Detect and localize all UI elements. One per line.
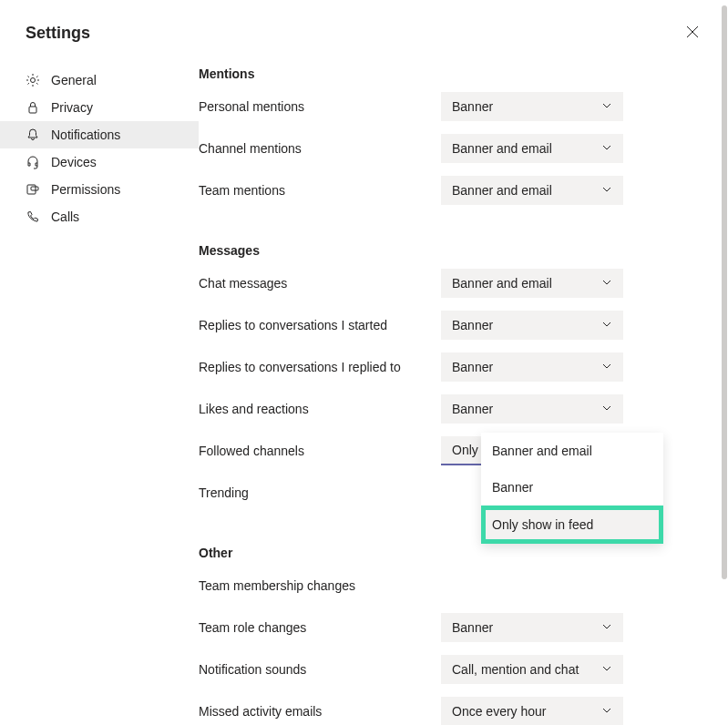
chevron-down-icon	[601, 662, 612, 677]
settings-header: Settings	[0, 0, 728, 52]
svg-rect-3	[31, 187, 38, 190]
chevron-down-icon	[601, 620, 612, 635]
chevron-down-icon	[601, 276, 612, 291]
phone-icon	[26, 209, 40, 224]
setting-row: Personal mentions Banner	[199, 92, 702, 121]
team-role-changes-dropdown[interactable]: Banner	[441, 613, 623, 642]
missed-activity-emails-dropdown[interactable]: Once every hour	[441, 697, 623, 725]
section-title-mentions: Mentions	[199, 66, 702, 81]
gear-icon	[26, 73, 40, 87]
section-title-other: Other	[199, 546, 702, 560]
sidebar-item-label: Privacy	[51, 100, 93, 115]
dropdown-value: Banner	[452, 360, 493, 374]
dropdown-value: Banner	[452, 402, 493, 416]
replies-started-dropdown[interactable]: Banner	[441, 311, 623, 340]
setting-row: Team mentions Banner and email	[199, 176, 702, 205]
sidebar-item-label: Calls	[51, 209, 79, 224]
setting-label: Team mentions	[199, 183, 426, 198]
dropdown-value: Once every hour	[452, 704, 547, 719]
chevron-down-icon	[601, 183, 612, 198]
svg-rect-1	[29, 107, 36, 113]
setting-row: Chat messages Banner and email	[199, 269, 702, 298]
setting-row: Channel mentions Banner and email	[199, 134, 702, 163]
setting-label: Replies to conversations I replied to	[199, 360, 426, 374]
team-mentions-dropdown[interactable]: Banner and email	[441, 176, 623, 205]
setting-row: Likes and reactions Banner	[199, 394, 702, 424]
chevron-down-icon	[601, 360, 612, 374]
personal-mentions-dropdown[interactable]: Banner	[441, 92, 623, 121]
close-button[interactable]	[682, 22, 702, 45]
setting-label: Trending	[199, 485, 426, 500]
setting-row: Notification sounds Call, mention and ch…	[199, 655, 702, 684]
sidebar-item-label: Permissions	[51, 182, 120, 197]
key-icon	[26, 182, 40, 197]
headset-icon	[26, 155, 40, 169]
chevron-down-icon	[601, 141, 612, 156]
sidebar-item-calls[interactable]: Calls	[0, 203, 199, 230]
setting-label: Channel mentions	[199, 141, 426, 156]
settings-sidebar: General Privacy Notifications Devices Pe…	[0, 52, 199, 725]
close-icon	[686, 26, 699, 41]
setting-row: Replies to conversations I replied to Ba…	[199, 352, 702, 382]
dropdown-value: Banner and email	[452, 183, 552, 198]
chevron-down-icon	[601, 99, 612, 114]
setting-row: Team role changes Banner	[199, 613, 702, 642]
dropdown-value: Banner	[452, 318, 493, 332]
setting-label: Missed activity emails	[199, 704, 426, 719]
section-title-messages: Messages	[199, 243, 702, 258]
channel-mentions-dropdown[interactable]: Banner and email	[441, 134, 623, 163]
sidebar-item-label: General	[51, 73, 97, 87]
likes-reactions-dropdown[interactable]: Banner	[441, 394, 623, 424]
sidebar-item-label: Devices	[51, 155, 97, 169]
sidebar-item-label: Notifications	[51, 128, 120, 142]
page-title: Settings	[26, 24, 90, 43]
replies-replied-dropdown[interactable]: Banner	[441, 352, 623, 382]
sidebar-item-notifications[interactable]: Notifications	[0, 121, 199, 148]
setting-label: Personal mentions	[199, 99, 426, 114]
setting-label: Team membership changes	[199, 578, 426, 593]
settings-main: Mentions Personal mentions Banner Channe…	[199, 52, 728, 725]
setting-row: Replies to conversations I started Banne…	[199, 311, 702, 340]
setting-row: Team membership changes	[199, 571, 702, 600]
chevron-down-icon	[601, 318, 612, 332]
setting-label: Chat messages	[199, 276, 426, 291]
dropdown-value: Banner	[452, 620, 493, 635]
setting-label: Followed channels	[199, 444, 426, 458]
chat-messages-dropdown[interactable]: Banner and email	[441, 269, 623, 298]
chevron-down-icon	[601, 704, 612, 719]
bell-icon	[26, 128, 40, 142]
sidebar-item-privacy[interactable]: Privacy	[0, 94, 199, 121]
dropdown-value: Call, mention and chat	[452, 662, 579, 677]
dropdown-option[interactable]: Banner	[481, 469, 663, 505]
setting-label: Replies to conversations I started	[199, 318, 426, 332]
dropdown-value: Banner and email	[452, 141, 552, 156]
chevron-down-icon	[601, 402, 612, 416]
sidebar-item-general[interactable]: General	[0, 66, 199, 94]
dropdown-value: Banner	[452, 99, 493, 114]
setting-row: Missed activity emails Once every hour	[199, 697, 702, 725]
setting-label: Team role changes	[199, 620, 426, 635]
dropdown-option[interactable]: Banner and email	[481, 433, 663, 469]
scrollbar[interactable]	[722, 5, 727, 579]
setting-label: Likes and reactions	[199, 402, 426, 416]
dropdown-value: Banner and email	[452, 276, 552, 291]
dropdown-option-selected[interactable]: Only show in feed	[481, 505, 663, 544]
svg-point-0	[31, 78, 36, 83]
followed-channels-dropdown-menu: Banner and email Banner Only show in fee…	[481, 433, 663, 544]
lock-icon	[26, 100, 40, 115]
sidebar-item-devices[interactable]: Devices	[0, 148, 199, 176]
sidebar-item-permissions[interactable]: Permissions	[0, 176, 199, 203]
notification-sounds-dropdown[interactable]: Call, mention and chat	[441, 655, 623, 684]
setting-label: Notification sounds	[199, 662, 426, 677]
